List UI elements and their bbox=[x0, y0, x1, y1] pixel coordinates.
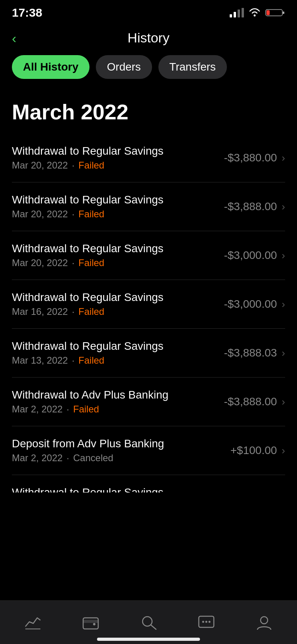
header: ‹ History bbox=[0, 22, 297, 55]
transaction-left: Withdrawal to Regular Savings Mar 20, 20… bbox=[12, 242, 224, 268]
transaction-meta: Mar 16, 2022 · Failed bbox=[12, 306, 224, 317]
transaction-title: Withdrawal to Regular Savings bbox=[12, 145, 224, 157]
transaction-item[interactable]: Withdrawal to Regular Savings Mar 16, 20… bbox=[12, 280, 285, 329]
svg-rect-1 bbox=[234, 12, 236, 17]
chevron-right-icon: › bbox=[282, 347, 285, 359]
section-title: March 2022 bbox=[12, 100, 285, 124]
transaction-title: Withdrawal to Regular Savings bbox=[12, 242, 224, 255]
wallet-icon bbox=[81, 615, 100, 631]
transaction-date: Mar 2, 2022 bbox=[12, 452, 63, 464]
svg-point-16 bbox=[206, 621, 208, 623]
transaction-left: Withdrawal to Regular Savings Mar 20, 20… bbox=[12, 145, 224, 171]
battery-icon bbox=[265, 8, 285, 17]
transaction-item[interactable]: Withdrawal to Regular Savings Mar 20, 20… bbox=[12, 134, 285, 182]
chevron-right-icon: › bbox=[282, 445, 285, 457]
transaction-amount: -$3,888.00 bbox=[224, 200, 277, 213]
transaction-title: Withdrawal to Adv Plus Banking bbox=[12, 389, 224, 401]
transaction-meta: Mar 20, 2022 · Failed bbox=[12, 160, 224, 171]
transaction-date: Mar 16, 2022 bbox=[12, 306, 68, 317]
transaction-item[interactable]: Deposit from Adv Plus Banking Mar 2, 202… bbox=[12, 426, 285, 475]
transaction-left: Withdrawal to Adv Plus Banking Mar 2, 20… bbox=[12, 389, 224, 415]
transaction-meta: Mar 20, 2022 · Failed bbox=[12, 257, 224, 268]
transaction-left: Deposit from Adv Plus Banking Mar 2, 202… bbox=[12, 437, 230, 464]
transaction-date: Mar 2, 2022 bbox=[12, 404, 63, 415]
signal-icon bbox=[230, 8, 244, 17]
tab-orders[interactable]: Orders bbox=[96, 55, 152, 79]
svg-rect-7 bbox=[267, 10, 270, 15]
transaction-amount: -$3,888.00 bbox=[224, 395, 277, 408]
nav-search[interactable] bbox=[120, 615, 177, 631]
transaction-amount: -$3,000.00 bbox=[224, 249, 277, 262]
transaction-date: Mar 20, 2022 bbox=[12, 257, 68, 268]
transaction-separator: · bbox=[67, 404, 69, 415]
transaction-title: Withdrawal to Regular Savings bbox=[12, 291, 224, 304]
back-button[interactable]: ‹ bbox=[12, 31, 16, 45]
transaction-left: Withdrawal to Regular Savings Mar 20, 20… bbox=[12, 194, 224, 220]
transaction-amount: +$100.00 bbox=[230, 444, 277, 457]
chevron-right-icon: › bbox=[282, 298, 285, 310]
transaction-status: Failed bbox=[78, 209, 104, 220]
svg-rect-6 bbox=[283, 12, 284, 14]
transaction-list: Withdrawal to Regular Savings Mar 20, 20… bbox=[0, 134, 297, 475]
svg-point-15 bbox=[202, 621, 204, 623]
wifi-icon bbox=[248, 8, 261, 17]
filter-tabs: All History Orders Transfers bbox=[0, 55, 297, 92]
svg-point-4 bbox=[254, 15, 256, 17]
transaction-title: Withdrawal to Regular Savings bbox=[12, 194, 224, 206]
page-title: History bbox=[128, 30, 169, 46]
transaction-status: Failed bbox=[78, 355, 104, 366]
chevron-right-icon: › bbox=[282, 396, 285, 408]
transaction-right: -$3,888.03 › bbox=[224, 347, 285, 359]
transaction-date: Mar 20, 2022 bbox=[12, 209, 68, 220]
transaction-status: Failed bbox=[78, 306, 104, 317]
transaction-right: -$3,888.00 › bbox=[224, 395, 285, 408]
svg-rect-3 bbox=[242, 8, 244, 17]
transaction-item[interactable]: Withdrawal to Adv Plus Banking Mar 2, 20… bbox=[12, 378, 285, 426]
svg-rect-2 bbox=[238, 10, 240, 17]
home-indicator bbox=[97, 638, 200, 641]
svg-rect-10 bbox=[83, 620, 98, 623]
transaction-item[interactable]: Withdrawal to Regular Savings Mar 20, 20… bbox=[12, 182, 285, 231]
transaction-date: Mar 13, 2022 bbox=[12, 355, 68, 366]
transaction-separator: · bbox=[72, 209, 74, 220]
transaction-meta: Mar 2, 2022 · Canceled bbox=[12, 452, 230, 464]
transaction-date: Mar 20, 2022 bbox=[12, 160, 68, 171]
transaction-separator: · bbox=[72, 355, 74, 366]
status-bar: 17:38 bbox=[0, 0, 297, 22]
svg-line-13 bbox=[151, 625, 156, 629]
transaction-item[interactable]: Withdrawal to Regular Savings Mar 20, 20… bbox=[12, 231, 285, 280]
transaction-right: +$100.00 › bbox=[230, 444, 285, 457]
transaction-status: Canceled bbox=[73, 452, 113, 464]
transaction-meta: Mar 20, 2022 · Failed bbox=[12, 209, 224, 220]
status-time: 17:38 bbox=[12, 6, 42, 19]
tab-all-history[interactable]: All History bbox=[12, 55, 89, 79]
transaction-left: Withdrawal to Regular Savings Mar 16, 20… bbox=[12, 291, 224, 317]
transaction-status: Failed bbox=[78, 257, 104, 268]
transaction-item[interactable]: Withdrawal to Regular Savings Mar 13, 20… bbox=[12, 329, 285, 378]
transaction-separator: · bbox=[72, 160, 74, 171]
transaction-status: Failed bbox=[78, 160, 104, 171]
nav-profile[interactable] bbox=[235, 615, 293, 631]
tab-transfers[interactable]: Transfers bbox=[158, 55, 227, 79]
transaction-item-partial: Withdrawal to Regular Savings bbox=[12, 475, 285, 493]
status-icons bbox=[230, 8, 285, 17]
transaction-separator: · bbox=[72, 257, 74, 268]
nav-chart[interactable] bbox=[4, 615, 62, 631]
transaction-meta: Mar 2, 2022 · Failed bbox=[12, 404, 224, 415]
svg-point-18 bbox=[261, 617, 268, 624]
transaction-amount: -$3,888.03 bbox=[224, 347, 277, 359]
nav-wallet[interactable] bbox=[62, 615, 120, 631]
transaction-left: Withdrawal to Regular Savings Mar 13, 20… bbox=[12, 340, 224, 366]
svg-point-11 bbox=[93, 623, 95, 625]
chevron-right-icon: › bbox=[282, 152, 285, 164]
transaction-amount: -$3,880.00 bbox=[224, 151, 277, 164]
nav-messages[interactable] bbox=[177, 615, 235, 631]
transaction-separator: · bbox=[67, 452, 69, 464]
transaction-title: Withdrawal to Regular Savings bbox=[12, 340, 224, 353]
transaction-amount: -$3,000.00 bbox=[224, 298, 277, 310]
chart-icon bbox=[23, 615, 42, 631]
section-header: March 2022 bbox=[0, 92, 297, 134]
transaction-right: -$3,880.00 › bbox=[224, 151, 285, 164]
transaction-separator: · bbox=[72, 306, 74, 317]
chevron-right-icon: › bbox=[282, 201, 285, 213]
